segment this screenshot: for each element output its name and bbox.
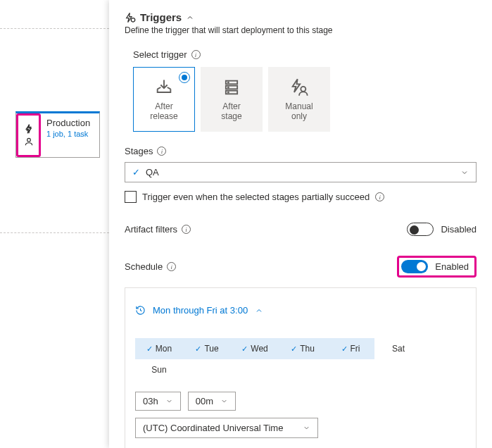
- chevron-up-icon: [255, 306, 263, 315]
- person-icon: [24, 137, 34, 147]
- radio-selected-icon: [179, 72, 190, 83]
- stage-name: Production: [46, 118, 95, 128]
- trigger-card-label: After release: [150, 101, 177, 122]
- svg-point-8: [301, 86, 305, 91]
- partial-succeed-checkbox[interactable]: [125, 191, 137, 203]
- day-label: Mon: [156, 344, 172, 354]
- schedule-label: Schedule: [125, 261, 163, 272]
- svg-point-6: [228, 87, 229, 87]
- checkmark-icon: ✓: [146, 344, 153, 354]
- trigger-after-stage[interactable]: After stage: [201, 67, 263, 132]
- trigger-manual-only[interactable]: Manual only: [268, 67, 330, 132]
- day-chip-sat[interactable]: Sat: [374, 338, 422, 359]
- day-chip-fri[interactable]: ✓Fri: [327, 338, 374, 359]
- timezone-value: (UTC) Coordinated Universal Time: [143, 423, 283, 433]
- artifact-filters-label: Artifact filters: [125, 224, 177, 235]
- day-label: Wed: [251, 344, 267, 354]
- triggers-panel: Triggers Define the trigger that will st…: [109, 0, 492, 448]
- svg-point-1: [131, 18, 134, 21]
- info-icon[interactable]: i: [157, 147, 166, 156]
- checkmark-icon: ✓: [132, 167, 140, 178]
- day-label: Sat: [392, 344, 405, 354]
- trigger-card-label: After stage: [221, 101, 241, 122]
- artifact-filters-toggle[interactable]: [407, 223, 434, 236]
- manual-person-icon: [289, 77, 309, 97]
- info-icon[interactable]: i: [182, 225, 191, 234]
- minute-select[interactable]: 00m: [188, 392, 236, 411]
- minute-value: 00m: [196, 396, 213, 406]
- stage-triggers-button[interactable]: [16, 113, 41, 157]
- info-icon[interactable]: i: [167, 262, 176, 271]
- trigger-card-label: Manual only: [285, 101, 313, 122]
- stage-card-production[interactable]: Production 1 job, 1 task: [15, 111, 100, 158]
- stages-label: Stages: [125, 146, 153, 156]
- stage-jobs-link[interactable]: 1 job, 1 task: [46, 130, 95, 138]
- day-label: Thu: [300, 344, 315, 354]
- svg-point-7: [228, 92, 229, 92]
- partial-succeed-label: Trigger even when the selected stages pa…: [142, 192, 370, 202]
- stages-selected-value: QA: [146, 167, 159, 178]
- day-label: Sun: [151, 365, 166, 375]
- select-trigger-label: Select trigger: [133, 49, 187, 60]
- checkmark-icon: ✓: [341, 344, 348, 354]
- day-chip-wed[interactable]: ✓Wed: [231, 338, 279, 359]
- download-release-icon: [154, 77, 174, 97]
- trigger-after-release[interactable]: After release: [133, 67, 195, 132]
- checkmark-icon: ✓: [241, 344, 248, 354]
- day-chip-mon[interactable]: ✓Mon: [135, 338, 183, 359]
- timezone-select[interactable]: (UTC) Coordinated Universal Time: [135, 418, 318, 438]
- svg-point-5: [228, 82, 229, 82]
- schedule-state: Enabled: [435, 261, 469, 272]
- panel-description: Define the trigger that will start deplo…: [125, 25, 477, 35]
- clock-history-icon: [135, 305, 146, 316]
- schedule-toggle[interactable]: [401, 260, 428, 273]
- schedule-toggle-highlight: Enabled: [397, 256, 477, 278]
- day-chip-thu[interactable]: ✓Thu: [279, 338, 327, 359]
- day-chip-sun[interactable]: Sun: [135, 359, 183, 380]
- artifact-filters-state: Disabled: [441, 224, 477, 235]
- panel-title: Triggers: [140, 11, 182, 23]
- info-icon[interactable]: i: [375, 192, 384, 201]
- info-icon[interactable]: i: [191, 50, 201, 59]
- svg-point-0: [27, 138, 30, 142]
- chevron-up-icon[interactable]: [186, 13, 194, 22]
- checkmark-icon: ✓: [291, 344, 297, 354]
- day-label: Fri: [351, 344, 360, 354]
- day-selector: ✓Mon✓Tue✓Wed✓Thu✓FriSatSun: [135, 338, 466, 380]
- stages-dropdown[interactable]: ✓ QA: [125, 162, 477, 182]
- day-chip-tue[interactable]: ✓Tue: [183, 338, 231, 359]
- schedule-summary-row[interactable]: Mon through Fri at 3:00: [135, 305, 466, 316]
- lightning-settings-icon: [125, 12, 136, 23]
- checkmark-icon: ✓: [195, 344, 201, 354]
- server-stage-icon: [222, 77, 241, 97]
- hour-value: 03h: [143, 396, 158, 406]
- day-label: Tue: [204, 344, 218, 354]
- chevron-down-icon: [460, 168, 469, 177]
- lightning-icon: [24, 124, 34, 134]
- schedule-summary-text: Mon through Fri at 3:00: [153, 305, 248, 316]
- hour-select[interactable]: 03h: [135, 392, 181, 411]
